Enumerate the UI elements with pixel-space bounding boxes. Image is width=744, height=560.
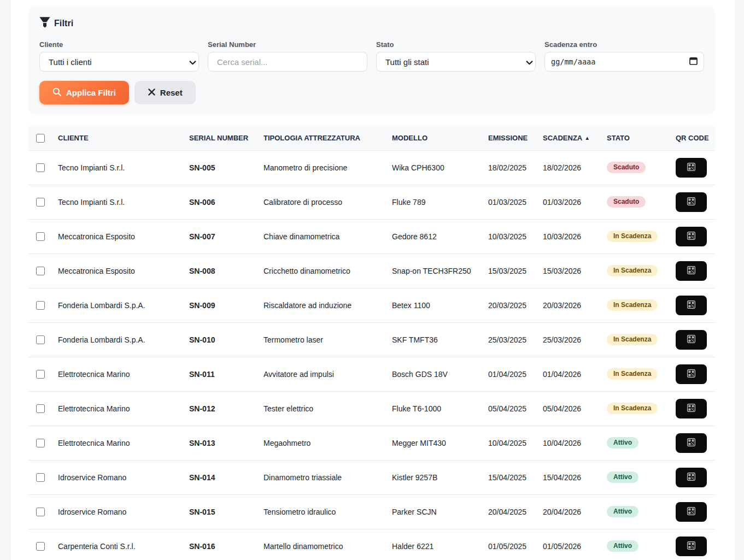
cliente-cell: Elettrotecnica Marino xyxy=(51,391,183,426)
table-row: Fonderia Lombardi S.p.A. SN-010 Termomet… xyxy=(28,322,715,357)
scadenza-label: Scadenza entro xyxy=(544,40,704,49)
modello-cell: Kistler 9257B xyxy=(385,460,482,494)
filter-grid: Cliente Tutti i clienti Serial Number St… xyxy=(39,40,704,72)
sort-ascending-icon: ▲ xyxy=(584,135,590,141)
apply-filters-button[interactable]: Applica Filtri xyxy=(39,81,129,104)
tipologia-cell: Dinamometro triassiale xyxy=(257,460,385,494)
column-header-scadenza[interactable]: SCADENZA▲ xyxy=(536,126,600,150)
column-header-qr-code[interactable]: QR CODE xyxy=(669,126,715,150)
calendar-icon[interactable] xyxy=(689,57,698,67)
main-panel: Filtri Cliente Tutti i clienti Serial Nu… xyxy=(11,0,735,560)
row-checkbox[interactable] xyxy=(36,542,45,551)
tipologia-cell: Tester elettrico xyxy=(257,391,385,426)
qr-code-button[interactable] xyxy=(676,261,707,281)
stato-label: Stato xyxy=(376,40,536,49)
emissione-cell: 15/04/2025 xyxy=(482,460,536,494)
cliente-cell: Tecno Impianti S.r.l. xyxy=(51,150,183,185)
row-checkbox[interactable] xyxy=(36,267,45,275)
tipologia-cell: Termometro laser xyxy=(257,322,385,357)
filter-card: Filtri Cliente Tutti i clienti Serial Nu… xyxy=(28,6,715,114)
reset-filters-button[interactable]: Reset xyxy=(134,81,196,104)
serial-number-cell: SN-013 xyxy=(183,426,257,460)
serial-search-input[interactable] xyxy=(208,52,367,72)
row-checkbox[interactable] xyxy=(36,404,45,413)
qr-code-button[interactable] xyxy=(676,399,707,418)
column-header-tipologia[interactable]: TIPOLOGIA ATTREZZATURA xyxy=(257,126,385,150)
modello-cell: Bosch GDS 18V xyxy=(385,357,482,391)
status-badge: Scaduto xyxy=(607,162,646,173)
emissione-cell: 01/03/2025 xyxy=(482,185,536,219)
table-header-row: CLIENTE SERIAL NUMBER TIPOLOGIA ATTREZZA… xyxy=(28,126,715,150)
tipologia-cell: Chiave dinamometrica xyxy=(257,219,385,254)
status-badge: In Scadenza xyxy=(607,265,658,276)
serial-label: Serial Number xyxy=(208,40,367,49)
x-icon xyxy=(148,88,156,98)
stato-select[interactable]: Tutti gli stati xyxy=(376,52,536,72)
column-header-modello[interactable]: MODELLO xyxy=(385,126,482,150)
modello-cell: SKF TMFT36 xyxy=(385,322,482,357)
cliente-select[interactable]: Tutti i clienti xyxy=(39,52,199,72)
scadenza-date-input[interactable]: gg/mm/aaaa xyxy=(544,52,704,72)
emissione-cell: 20/04/2025 xyxy=(482,494,536,529)
qr-code-button[interactable] xyxy=(676,227,707,246)
scadenza-cell: 18/02/2026 xyxy=(536,150,600,185)
qr-code-button[interactable] xyxy=(676,192,707,212)
qr-code-button[interactable] xyxy=(676,468,707,487)
qr-code-button[interactable] xyxy=(676,330,707,350)
column-header-cliente[interactable]: CLIENTE xyxy=(51,126,183,150)
qr-code-button[interactable] xyxy=(676,502,707,522)
column-header-serial-number[interactable]: SERIAL NUMBER xyxy=(183,126,257,150)
row-checkbox[interactable] xyxy=(36,473,45,482)
filter-title-row: Filtri xyxy=(39,17,704,29)
scadenza-cell: 15/03/2026 xyxy=(536,254,600,288)
chevron-down-icon xyxy=(526,57,533,67)
row-checkbox[interactable] xyxy=(36,370,45,379)
row-checkbox[interactable] xyxy=(36,335,45,344)
emissione-cell: 10/04/2025 xyxy=(482,426,536,460)
column-header-stato[interactable]: STATO xyxy=(600,126,669,150)
serial-number-cell: SN-005 xyxy=(183,150,257,185)
qr-code-icon xyxy=(687,507,695,517)
qr-code-button[interactable] xyxy=(676,537,707,556)
serial-number-cell: SN-007 xyxy=(183,219,257,254)
emissione-cell: 15/03/2025 xyxy=(482,254,536,288)
cliente-cell: Idroservice Romano xyxy=(51,494,183,529)
cliente-cell: Tecno Impianti S.r.l. xyxy=(51,185,183,219)
table-row: Fonderia Lombardi S.p.A. SN-009 Riscalda… xyxy=(28,288,715,322)
tipologia-cell: Manometro di precisione xyxy=(257,150,385,185)
serial-number-cell: SN-010 xyxy=(183,322,257,357)
scadenza-cell: 25/03/2026 xyxy=(536,322,600,357)
tipologia-cell: Megaohmetro xyxy=(257,426,385,460)
cliente-cell: Idroservice Romano xyxy=(51,460,183,494)
tipologia-cell: Cricchetto dinamometrico xyxy=(257,254,385,288)
table-row: Idroservice Romano SN-014 Dinamometro tr… xyxy=(28,460,715,494)
row-checkbox[interactable] xyxy=(36,198,45,207)
serial-number-cell: SN-008 xyxy=(183,254,257,288)
table-row: Meccatronica Esposito SN-008 Cricchetto … xyxy=(28,254,715,288)
funnel-icon xyxy=(39,17,50,30)
qr-code-button[interactable] xyxy=(676,364,707,384)
row-checkbox[interactable] xyxy=(36,439,45,447)
row-checkbox[interactable] xyxy=(36,301,45,310)
filter-field-cliente: Cliente Tutti i clienti xyxy=(39,40,199,72)
qr-code-icon xyxy=(687,335,695,345)
qr-code-button[interactable] xyxy=(676,433,707,453)
search-icon xyxy=(52,87,62,98)
emissione-cell: 20/03/2025 xyxy=(482,288,536,322)
status-badge: In Scadenza xyxy=(607,299,658,311)
scadenza-cell: 15/04/2026 xyxy=(536,460,600,494)
cliente-cell: Elettrotecnica Marino xyxy=(51,357,183,391)
qr-code-button[interactable] xyxy=(676,158,707,178)
serial-number-cell: SN-016 xyxy=(183,529,257,560)
qr-code-button[interactable] xyxy=(676,296,707,315)
qr-code-icon xyxy=(687,438,695,448)
modello-cell: Parker SCJN xyxy=(385,494,482,529)
row-checkbox[interactable] xyxy=(36,163,45,172)
row-checkbox[interactable] xyxy=(36,508,45,516)
select-all-checkbox[interactable] xyxy=(36,134,45,143)
column-header-emissione[interactable]: EMISSIONE xyxy=(482,126,536,150)
qr-code-icon xyxy=(687,404,695,414)
row-checkbox[interactable] xyxy=(36,232,45,241)
table-row: Tecno Impianti S.r.l. SN-006 Calibratore… xyxy=(28,185,715,219)
scadenza-cell: 10/04/2026 xyxy=(536,426,600,460)
